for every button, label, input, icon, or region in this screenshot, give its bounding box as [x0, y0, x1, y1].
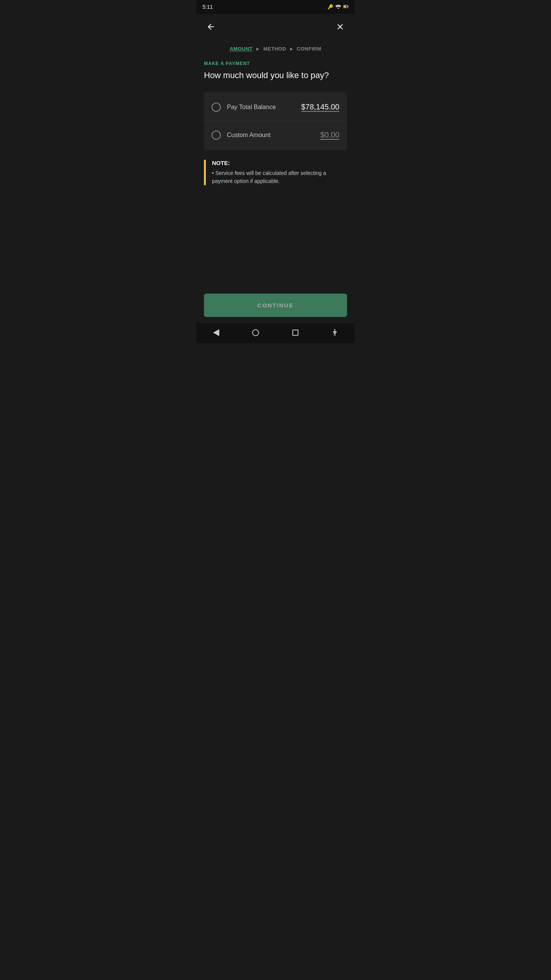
pay-total-balance-label: Pay Total Balance: [227, 104, 276, 111]
note-bar-accent: [204, 160, 206, 185]
step-amount[interactable]: AMOUNT: [230, 46, 253, 52]
section-label: MAKE A PAYMENT: [204, 61, 347, 66]
note-title: NOTE:: [212, 160, 347, 166]
battery-icon: [343, 4, 349, 10]
svg-point-3: [334, 329, 336, 331]
wifi-icon: [336, 4, 341, 10]
note-section: NOTE: • Service fees will be calculated …: [204, 160, 347, 185]
continue-button[interactable]: CONTINUE: [204, 294, 347, 317]
note-content: NOTE: • Service fees will be calculated …: [212, 160, 347, 185]
close-button[interactable]: [333, 20, 347, 34]
android-home-button[interactable]: [247, 324, 264, 341]
custom-amount-label: Custom Amount: [227, 132, 271, 139]
note-text: • Service fees will be calculated after …: [212, 169, 347, 185]
back-button[interactable]: [204, 20, 218, 34]
chevron-2-icon: ▶: [290, 47, 293, 51]
spacer: [196, 242, 355, 286]
status-icons: 🔑: [328, 4, 349, 10]
step-indicator: AMOUNT ▶ METHOD ▶ CONFIRM: [196, 40, 355, 61]
svg-rect-1: [348, 6, 349, 7]
android-home-icon: [252, 329, 259, 336]
svg-rect-2: [344, 5, 346, 7]
android-back-icon: [213, 329, 219, 336]
custom-amount-option[interactable]: Custom Amount $0.00: [204, 121, 347, 149]
custom-amount-left: Custom Amount: [212, 131, 271, 140]
android-nav-bar: [196, 323, 355, 343]
android-recent-icon: [292, 330, 298, 336]
key-icon: 🔑: [328, 4, 333, 10]
main-content: MAKE A PAYMENT How much would you like t…: [196, 61, 355, 242]
chevron-1-icon: ▶: [256, 47, 259, 51]
status-bar: 5:11 🔑: [196, 0, 355, 14]
step-confirm[interactable]: CONFIRM: [297, 46, 321, 52]
pay-total-balance-left: Pay Total Balance: [212, 103, 276, 112]
section-question: How much would you like to pay?: [204, 70, 347, 81]
step-method[interactable]: METHOD: [263, 46, 286, 52]
pay-total-balance-radio[interactable]: [212, 103, 221, 112]
top-nav: [196, 14, 355, 40]
custom-amount-value: $0.00: [320, 131, 339, 139]
payment-options-card: Pay Total Balance $78,145.00 Custom Amou…: [204, 92, 347, 150]
android-back-button[interactable]: [208, 324, 225, 341]
pay-total-balance-option[interactable]: Pay Total Balance $78,145.00: [204, 93, 347, 121]
continue-btn-container: CONTINUE: [196, 286, 355, 323]
pay-total-balance-amount: $78,145.00: [301, 103, 339, 111]
custom-amount-radio[interactable]: [212, 131, 221, 140]
status-time: 5:11: [202, 4, 213, 10]
android-recent-button[interactable]: [287, 324, 304, 341]
android-accessibility-icon: [331, 328, 339, 337]
android-accessibility-button[interactable]: [326, 324, 343, 341]
